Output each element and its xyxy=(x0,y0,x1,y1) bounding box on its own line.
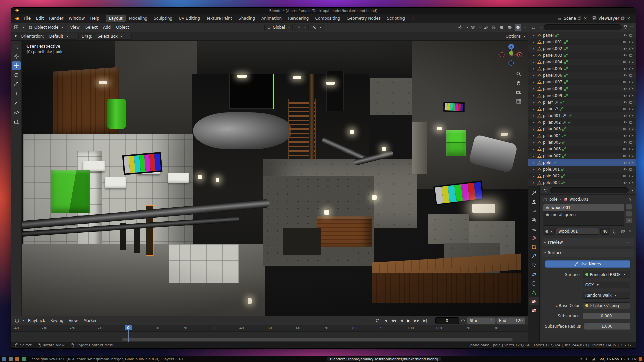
camera-visibility-icon[interactable] xyxy=(629,80,634,84)
camera-visibility-icon[interactable] xyxy=(629,127,634,131)
mode-selector[interactable]: Object Mode xyxy=(26,24,66,31)
outliner-item[interactable]: ▸ panel.004 xyxy=(528,59,636,65)
expand-arrow-icon[interactable]: ▸ xyxy=(533,161,536,164)
tool-annotate[interactable] xyxy=(12,99,21,108)
network-icon[interactable] xyxy=(592,357,596,361)
play-reverse-button[interactable]: ◀ xyxy=(399,318,405,323)
expand-arrow-icon[interactable]: ▸ xyxy=(533,54,536,57)
camera-visibility-icon[interactable] xyxy=(629,46,634,51)
navigation-gizmo[interactable]: Z X xyxy=(498,43,524,68)
outliner-item[interactable]: ▸ panel.009 xyxy=(528,92,636,99)
tool-transform[interactable] xyxy=(12,89,21,98)
surface-shader-dropdown[interactable]: Principled BSDF xyxy=(583,271,630,278)
orientation-setting-dropdown[interactable]: Default xyxy=(47,33,79,40)
pin-icon[interactable] xyxy=(628,197,632,201)
add-workspace-button[interactable]: + xyxy=(409,15,417,22)
material-slot[interactable]: wood.001 xyxy=(543,204,624,211)
expand-arrow-icon[interactable]: ▸ xyxy=(533,101,536,104)
tab-render[interactable] xyxy=(529,198,539,206)
overlays-chevron-icon[interactable] xyxy=(479,27,481,28)
timeline-editor-chevron-icon[interactable] xyxy=(22,320,24,321)
new-viewlayer-icon[interactable] xyxy=(621,16,625,20)
expand-arrow-icon[interactable]: ▸ xyxy=(533,134,536,137)
viewlayer-selector[interactable]: ViewLayer × xyxy=(590,15,633,21)
drag-setting-dropdown[interactable]: Select Box xyxy=(95,33,132,40)
surface-section-header[interactable]: ▾ Surface ···· xyxy=(542,249,634,257)
camera-visibility-icon[interactable] xyxy=(629,93,634,98)
expand-arrow-icon[interactable]: ▸ xyxy=(533,168,536,171)
timeline-menu-item[interactable]: View xyxy=(66,317,80,324)
distribution-dropdown[interactable]: GGX xyxy=(583,282,630,288)
expand-arrow-icon[interactable]: ▸ xyxy=(533,67,536,70)
workspace-tab[interactable]: Sculpting xyxy=(151,15,175,22)
keyboard-layout-indicator[interactable]: us xyxy=(578,357,582,361)
camera-visibility-icon[interactable] xyxy=(629,120,634,125)
topbar-menu-item[interactable]: Edit xyxy=(33,15,46,22)
preview-section-header[interactable]: ▸ Preview ···· xyxy=(542,238,634,246)
expand-arrow-icon[interactable]: ▸ xyxy=(533,107,536,111)
hide-eye-icon[interactable] xyxy=(622,140,627,145)
camera-visibility-icon[interactable] xyxy=(629,180,634,185)
window-titlebar[interactable]: Blender* [/home/amalie/Desktop/blender/b… xyxy=(11,8,636,14)
timeline-menu-item[interactable]: Marker xyxy=(80,317,99,324)
hide-eye-icon[interactable] xyxy=(622,174,627,178)
hide-eye-icon[interactable] xyxy=(622,33,627,38)
timeline-menu-item[interactable]: Keying xyxy=(48,317,66,324)
hide-eye-icon[interactable] xyxy=(622,66,627,71)
hide-eye-icon[interactable] xyxy=(622,120,627,125)
camera-visibility-icon[interactable] xyxy=(629,53,634,58)
use-nodes-button[interactable]: Use Nodes xyxy=(545,260,630,268)
topbar-menu-item[interactable]: Render xyxy=(46,15,66,22)
breadcrumb-object-name[interactable]: pole xyxy=(549,197,558,202)
tab-particles[interactable] xyxy=(529,261,539,269)
outliner-editor-chevron-icon[interactable] xyxy=(540,27,542,28)
workspace-tab[interactable]: Rendering xyxy=(285,15,312,22)
topbar-menu-item[interactable]: Help xyxy=(87,15,102,22)
material-slot[interactable]: metal_green xyxy=(543,211,624,218)
viewport-menu-item[interactable]: Select xyxy=(83,24,100,31)
show-overlays-icon[interactable] xyxy=(470,24,476,31)
hide-eye-icon[interactable] xyxy=(622,127,627,131)
tab-constraints[interactable] xyxy=(529,279,539,287)
workspace-tab[interactable]: Modeling xyxy=(126,15,151,22)
camera-visibility-icon[interactable] xyxy=(629,73,634,78)
tab-scene[interactable] xyxy=(529,225,539,233)
tab-material[interactable] xyxy=(529,297,539,305)
tab-output[interactable] xyxy=(529,207,539,215)
viewport-menu-item[interactable]: View xyxy=(67,24,82,31)
hide-eye-icon[interactable] xyxy=(622,80,627,84)
taskbar-gimp-entry[interactable]: *nosignal.xcf-102.0 (RGB color 8-bit gam… xyxy=(29,357,190,361)
tab-modifiers[interactable] xyxy=(529,252,539,260)
outliner-item[interactable]: ▸ panel.003 xyxy=(528,52,636,59)
shading-material-icon[interactable] xyxy=(506,24,513,31)
hide-eye-icon[interactable] xyxy=(622,93,627,98)
tab-texture[interactable] xyxy=(529,306,539,314)
auto-keyframe-icon[interactable] xyxy=(374,317,381,324)
jump-to-end-button[interactable]: ▶| xyxy=(422,318,429,323)
hide-eye-icon[interactable] xyxy=(622,40,627,44)
hide-eye-icon[interactable] xyxy=(622,113,627,118)
subsurface-method-dropdown[interactable]: Random Walk xyxy=(583,292,630,299)
workspace-tab[interactable]: Compositing xyxy=(312,15,343,22)
transform-orientation-selector[interactable]: Global xyxy=(264,24,293,31)
next-keyframe-button[interactable]: ▶▶ xyxy=(413,318,421,323)
tab-world[interactable] xyxy=(529,234,539,242)
hide-eye-icon[interactable] xyxy=(622,60,627,64)
workspace-tab[interactable]: Geometry Nodes xyxy=(344,15,384,22)
unlink-material-icon[interactable]: × xyxy=(628,229,632,234)
taskbar-app-icon[interactable] xyxy=(2,357,6,361)
camera-visibility-icon[interactable] xyxy=(629,160,634,165)
outliner-item[interactable]: ▸ pole.002 xyxy=(528,173,636,179)
breadcrumb-material-name[interactable]: wood.001 xyxy=(570,197,588,202)
camera-visibility-icon[interactable] xyxy=(629,100,634,105)
outliner-item[interactable]: ▸ panel.007 xyxy=(528,79,636,85)
expand-arrow-icon[interactable]: ▸ xyxy=(533,174,536,178)
ortho-grid-icon[interactable] xyxy=(516,99,521,104)
shading-wireframe-icon[interactable] xyxy=(490,24,497,31)
tab-object-data[interactable] xyxy=(529,288,539,296)
material-name-field[interactable]: wood.001 xyxy=(556,228,599,235)
volume-icon[interactable] xyxy=(585,357,589,361)
tool-measure[interactable] xyxy=(12,108,21,117)
topbar-menu-item[interactable]: File xyxy=(21,15,33,22)
editor-type-icon[interactable] xyxy=(13,24,20,31)
